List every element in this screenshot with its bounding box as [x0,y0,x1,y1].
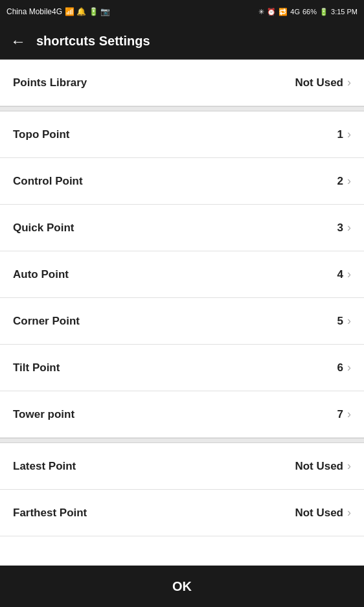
row-value-container-corner-point: 5 › [337,314,351,328]
settings-row-auto-point[interactable]: Auto Point 4 › [0,251,364,298]
row-value-container-topo-point: 1 › [337,128,351,141]
row-value-container-auto-point: 4 › [337,268,351,281]
row-value-quick-point: 3 [337,222,343,235]
row-value-tower-point: 7 [337,408,343,421]
carrier-icons: 📶 🔔 🔋 📷 [65,7,110,16]
row-value-tilt-point: 6 [337,361,343,374]
row-value-container-control-point: 2 › [337,174,351,188]
row-value-points-library: Not Used [295,76,343,89]
settings-row-latest-point[interactable]: Latest Point Not Used › [0,443,364,490]
status-left: China Mobile4G 📶 🔔 🔋 📷 [6,7,110,16]
settings-row-control-point[interactable]: Control Point 2 › [0,158,364,205]
settings-content: Points Library Not Used › Topo Point 1 ›… [0,60,364,566]
row-value-container-tilt-point: 6 › [337,361,351,374]
page-title: shortcuts Settings [36,34,150,49]
chevron-icon-quick-point: › [347,221,351,235]
row-label-farthest-point: Farthest Point [13,507,87,520]
chevron-icon-auto-point: › [347,268,351,281]
battery-text: 66% [302,8,317,16]
chevron-icon-topo-point: › [347,128,351,141]
chevron-icon-tower-point: › [347,407,351,421]
row-label-tower-point: Tower point [13,408,74,421]
signal-icon: 4G [290,8,300,16]
row-value-control-point: 2 [337,175,343,188]
row-label-auto-point: Auto Point [13,268,69,281]
alarm-icon: ⏰ [267,8,276,16]
header: ← shortcuts Settings [0,23,364,60]
chevron-icon-corner-point: › [347,314,351,328]
ok-label: OK [172,579,192,594]
row-value-container-tower-point: 7 › [337,407,351,421]
time-text: 3:15 PM [331,8,358,16]
status-bar: China Mobile4G 📶 🔔 🔋 📷 ✳ ⏰ 🔁 4G 66% 🔋 3:… [0,0,364,23]
row-value-container-farthest-point: Not Used › [295,506,351,520]
row-label-corner-point: Corner Point [13,315,80,328]
chevron-icon-control-point: › [347,174,351,188]
row-label-topo-point: Topo Point [13,128,70,141]
row-label-tilt-point: Tilt Point [13,361,60,374]
settings-row-tilt-point[interactable]: Tilt Point 6 › [0,345,364,391]
settings-row-tower-point[interactable]: Tower point 7 › [0,391,364,438]
wifi-icon: 🔁 [279,8,288,16]
row-value-farthest-point: Not Used [295,507,343,520]
divider-1 [0,106,364,111]
row-value-container-points-library: Not Used › [295,76,351,89]
carrier-text: China Mobile4G [6,7,62,16]
back-button[interactable]: ← [10,32,26,51]
row-value-container-latest-point: Not Used › [295,459,351,473]
row-label-latest-point: Latest Point [13,460,76,473]
row-value-topo-point: 1 [337,128,343,141]
settings-row-corner-point[interactable]: Corner Point 5 › [0,298,364,345]
settings-row-quick-point[interactable]: Quick Point 3 › [0,205,364,251]
battery-icon: 🔋 [319,8,328,16]
row-label-quick-point: Quick Point [13,222,74,235]
settings-row-topo-point[interactable]: Topo Point 1 › [0,111,364,158]
chevron-icon-farthest-point: › [347,506,351,520]
row-label-points-library: Points Library [13,76,87,89]
divider-2 [0,438,364,443]
ok-button[interactable]: OK [0,566,364,607]
settings-row-points-library[interactable]: Points Library Not Used › [0,60,364,106]
status-right: ✳ ⏰ 🔁 4G 66% 🔋 3:15 PM [258,8,358,16]
chevron-icon-tilt-point: › [347,361,351,374]
chevron-icon-points-library: › [347,76,351,89]
row-value-latest-point: Not Used [295,460,343,473]
settings-row-farthest-point[interactable]: Farthest Point Not Used › [0,490,364,536]
row-value-container-quick-point: 3 › [337,221,351,235]
chevron-icon-latest-point: › [347,459,351,473]
row-value-auto-point: 4 [337,268,343,281]
row-value-corner-point: 5 [337,315,343,328]
row-label-control-point: Control Point [13,175,83,188]
bluetooth-icon: ✳ [258,8,264,16]
